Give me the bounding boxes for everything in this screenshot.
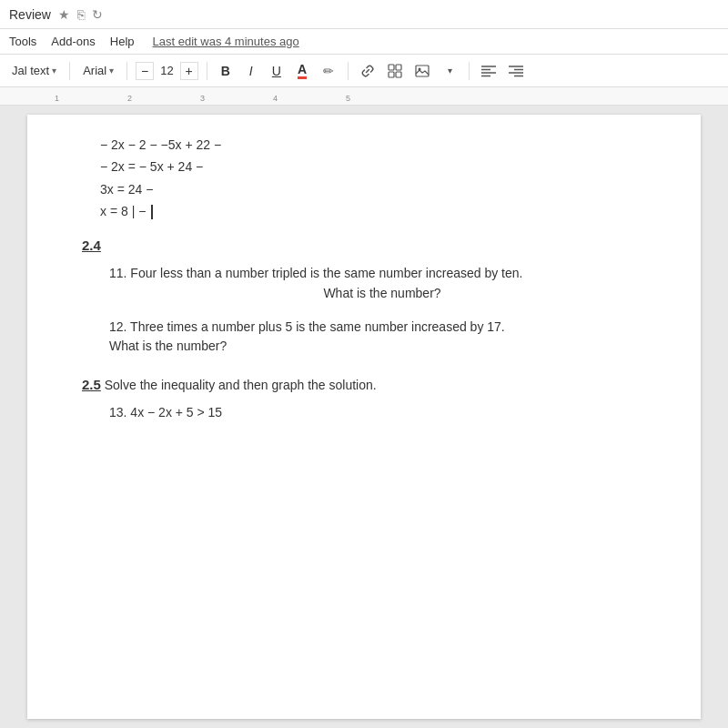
- italic-button[interactable]: I: [241, 60, 261, 82]
- font-size-value: 12: [157, 64, 177, 77]
- style-dropdown-arrow: ▾: [52, 66, 56, 76]
- menu-addons[interactable]: Add-ons: [51, 35, 95, 48]
- add-icon[interactable]: [384, 60, 406, 82]
- ruler-mark-5: 5: [346, 94, 419, 103]
- problem-12-number: 12.: [109, 319, 126, 334]
- star-icon[interactable]: ★: [58, 7, 70, 22]
- save-icon[interactable]: ⎘: [77, 7, 85, 22]
- section-25-desc: Solve the inequality and then graph the …: [105, 378, 377, 392]
- problem-13-text: 13. 4x − 2x + 5 > 15: [109, 403, 655, 422]
- title-bar: Review ★ ⎘ ↻: [0, 0, 728, 29]
- font-size-minus[interactable]: −: [136, 62, 154, 80]
- svg-rect-2: [389, 72, 394, 77]
- separator-3: [207, 62, 207, 80]
- math-line-2: − 2x = − 5x + 24 −: [82, 157, 655, 177]
- ruler-mark-4: 4: [273, 94, 346, 103]
- problem-11-line2: What is the number?: [109, 283, 655, 303]
- dropdown-arrow-icon[interactable]: ▾: [439, 60, 460, 82]
- font-dropdown[interactable]: Arial ▾: [78, 61, 118, 80]
- svg-rect-4: [416, 66, 429, 76]
- math-line-4: x = 8 | −: [82, 201, 655, 221]
- style-section: Jal text ▾: [7, 61, 61, 80]
- problem-12-line1: 12. Three times a number plus 5 is the s…: [109, 318, 655, 337]
- separator-4: [348, 62, 349, 80]
- color-a-label: A: [298, 63, 307, 79]
- bold-button[interactable]: B: [216, 60, 236, 82]
- math-line-1: − 2x − 2 − −5x + 22 −: [82, 135, 655, 155]
- font-size-area: − 12 +: [136, 62, 197, 80]
- menu-tools[interactable]: Tools: [9, 35, 36, 48]
- problem-11-text: Four less than a number tripled is the s…: [130, 266, 522, 280]
- problem-13-equation: 4x − 2x + 5 > 15: [130, 405, 222, 420]
- toolbar: Jal text ▾ Arial ▾ − 12 + B I U A ✏: [0, 55, 728, 87]
- svg-rect-0: [389, 65, 394, 70]
- problem-12: 12. Three times a number plus 5 is the s…: [109, 318, 655, 356]
- ruler-mark-1: 1: [55, 94, 127, 103]
- doc-title: Review: [9, 7, 51, 22]
- align-right-icon[interactable]: [505, 60, 527, 82]
- section-24-header: 2.4: [82, 238, 101, 253]
- math-line-3: 3x = 24 −: [82, 179, 655, 199]
- document-page[interactable]: − 2x − 2 − −5x + 22 − − 2x = − 5x + 24 −…: [27, 115, 701, 719]
- svg-rect-3: [396, 72, 401, 77]
- separator-5: [469, 62, 470, 80]
- problem-11-number: 11.: [109, 266, 126, 280]
- style-dropdown[interactable]: Jal text ▾: [7, 61, 61, 80]
- font-dropdown-arrow: ▾: [109, 66, 114, 76]
- ruler-marks: 1 2 3 4 5: [55, 94, 419, 103]
- font-label: Arial: [83, 64, 106, 77]
- separator-1: [69, 62, 70, 80]
- ruler-mark-2: 2: [127, 94, 200, 103]
- problem-12-line2: What is the number?: [109, 337, 655, 356]
- font-size-plus[interactable]: +: [180, 62, 198, 80]
- ruler-mark-3: 3: [200, 94, 273, 103]
- problem-11-line1: 11. Four less than a number tripled is t…: [109, 264, 655, 283]
- font-section: Arial ▾: [78, 61, 118, 80]
- problem-11: 11. Four less than a number tripled is t…: [109, 264, 655, 303]
- menu-bar: Tools Add-ons Help Last edit was 4 minut…: [0, 29, 728, 55]
- pencil-icon[interactable]: ✏: [318, 60, 339, 82]
- color-button[interactable]: A: [292, 60, 312, 82]
- section-25: 2.5 Solve the inequality and then graph …: [82, 374, 655, 396]
- problem-12-text: Three times a number plus 5 is the same …: [130, 319, 505, 334]
- problem-13: 13. 4x − 2x + 5 > 15: [109, 403, 655, 422]
- svg-rect-1: [396, 65, 401, 70]
- menu-help[interactable]: Help: [110, 35, 135, 48]
- ruler: 1 2 3 4 5: [0, 87, 728, 106]
- math-line-4-text: x = 8 | −: [100, 204, 146, 218]
- last-edit-status: Last edit was 4 minutes ago: [153, 35, 299, 48]
- separator-2: [126, 62, 127, 80]
- style-label: Jal text: [12, 64, 49, 77]
- refresh-icon[interactable]: ↻: [92, 7, 103, 22]
- main-area: − 2x − 2 − −5x + 22 − − 2x = − 5x + 24 −…: [0, 106, 728, 728]
- problem-13-number: 13.: [109, 405, 126, 420]
- text-cursor: [151, 205, 153, 219]
- align-left-icon[interactable]: [478, 60, 500, 82]
- underline-button[interactable]: U: [267, 60, 287, 82]
- section-25-header: 2.5: [82, 377, 101, 392]
- image-icon[interactable]: [411, 60, 433, 82]
- link-icon[interactable]: [357, 60, 379, 82]
